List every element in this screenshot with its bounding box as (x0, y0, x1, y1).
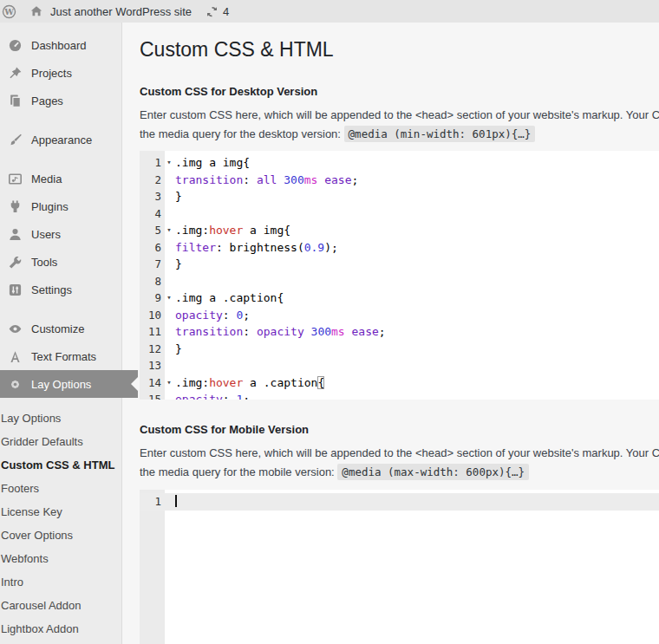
updates-count[interactable]: 4 (223, 5, 229, 18)
submenu-item-intro[interactable]: Intro (0, 570, 121, 594)
mobile-media-query-chip: @media (max-width: 600px){…} (337, 464, 529, 480)
code-token: ease (352, 325, 379, 338)
code-line[interactable]: 4 (140, 205, 659, 223)
code-token: } (175, 257, 182, 270)
brush-icon (8, 133, 23, 147)
fold-gutter-spacer (163, 273, 175, 290)
code-token: opacity (257, 325, 304, 338)
submenu-item-carousel-addon[interactable]: Carousel Addon (0, 594, 121, 617)
fold-arrow-icon[interactable]: ▾ (163, 154, 175, 172)
code-line[interactable]: 15opacity: 1; (140, 391, 659, 400)
desktop-css-editor[interactable]: 1▾.img a img{2transition: all 300ms ease… (140, 151, 659, 400)
code-token: 300 (284, 173, 303, 186)
fold-gutter-spacer (163, 172, 175, 189)
description-line: the media query for the desktop version:… (140, 125, 659, 144)
code-line[interactable]: 13 (140, 357, 659, 374)
mobile-section-description: Enter custom CSS here, which will be app… (140, 444, 659, 482)
sidebar-item-media[interactable]: Media (0, 165, 121, 192)
code-line[interactable]: 6filter: brightness(0.9); (140, 239, 659, 257)
sidebar-item-lay-options[interactable]: Lay Options (0, 370, 138, 398)
code-text (175, 493, 177, 511)
line-number: 1 (140, 154, 163, 172)
submenu-item-custom-css-html[interactable]: Custom CSS & HTML (0, 453, 121, 477)
pin-icon (8, 66, 23, 81)
wordpress-logo-icon[interactable]: W (2, 4, 16, 19)
fold-gutter-spacer (163, 307, 175, 324)
site-title-link[interactable]: Just another WordPress site (50, 5, 192, 18)
sidebar-item-appearance[interactable]: Appearance (0, 126, 121, 153)
code-token: a .caption (243, 376, 317, 389)
code-text: opacity: 0; (175, 307, 250, 324)
code-token: { (317, 376, 324, 389)
editor-lines: 1▾.img a img{2transition: all 300ms ease… (140, 151, 659, 400)
sidebar-item-customize[interactable]: Customize (0, 315, 121, 342)
code-token: opacity (175, 309, 223, 322)
fold-gutter-spacer (163, 256, 175, 273)
code-line[interactable]: 5▾.img:hover a img{ (140, 222, 659, 239)
code-line[interactable]: 10opacity: 0; (140, 307, 659, 324)
code-line[interactable]: 8 (140, 273, 659, 290)
submenu-item-license-key[interactable]: License Key (0, 500, 121, 524)
fold-arrow-icon[interactable]: ▾ (163, 289, 175, 307)
code-line[interactable]: 12} (140, 341, 659, 358)
code-token: hover (209, 376, 243, 389)
plug-icon (8, 199, 23, 214)
sidebar-item-label: Dashboard (31, 39, 87, 52)
line-number: 7 (140, 256, 163, 273)
submenu-item-lay-options[interactable]: Lay Options (0, 407, 121, 430)
sidebar-item-projects[interactable]: Projects (0, 59, 121, 87)
code-token: : brightness( (216, 241, 304, 254)
code-line[interactable]: 14▾.img:hover a .caption{ (140, 374, 659, 392)
line-number: 5 (140, 222, 163, 239)
line-number: 13 (140, 357, 163, 374)
fold-gutter-spacer (163, 357, 175, 374)
code-line[interactable]: 7} (140, 256, 659, 273)
code-line[interactable]: 1 (140, 493, 659, 511)
code-line[interactable]: 1▾.img a img{ (140, 154, 659, 172)
user-icon (8, 227, 23, 242)
line-number: 9 (140, 289, 163, 307)
code-text: } (175, 256, 182, 273)
code-text: .img a img{ (175, 154, 250, 172)
code-token: all (257, 173, 277, 186)
submenu-item-footers[interactable]: Footers (0, 477, 121, 500)
submenu-item-webfonts[interactable]: Webfonts (0, 547, 121, 570)
submenu-item-cover-options[interactable]: Cover Options (0, 524, 121, 547)
code-token: .img a .caption{ (175, 291, 284, 304)
code-token: ); (324, 241, 338, 254)
fold-gutter-spacer (163, 323, 175, 341)
mobile-css-editor[interactable]: 1 (140, 490, 659, 644)
fold-arrow-icon[interactable]: ▾ (163, 374, 175, 392)
updates-icon[interactable] (206, 5, 219, 18)
submenu-item-gridder-defaults[interactable]: Gridder Defaults (0, 430, 121, 453)
sidebar-item-users[interactable]: Users (0, 220, 121, 248)
sidebar-item-label: Pages (31, 94, 63, 107)
sidebar-item-dashboard[interactable]: Dashboard (0, 31, 121, 59)
code-token: 300 (311, 325, 331, 338)
svg-text:W: W (3, 6, 14, 16)
code-line[interactable]: 3} (140, 188, 659, 205)
fold-arrow-icon[interactable]: ▾ (163, 222, 175, 239)
letter-a-icon (8, 349, 23, 364)
code-text: } (175, 341, 182, 358)
sidebar-item-plugins[interactable]: Plugins (0, 192, 121, 220)
code-text: transition: all 300ms ease; (175, 172, 358, 189)
code-line[interactable]: 2transition: all 300ms ease; (140, 172, 659, 189)
sidebar-item-settings[interactable]: Settings (0, 276, 121, 303)
editor-gutter (140, 490, 165, 644)
submenu-item-lightbox-addon[interactable]: Lightbox Addon (0, 617, 121, 641)
code-text: .img a .caption{ (175, 289, 284, 307)
sidebar-item-pages[interactable]: Pages (0, 87, 121, 114)
desktop-section-heading: Custom CSS for Desktop Version (140, 85, 659, 98)
sidebar-item-tools[interactable]: Tools (0, 248, 121, 276)
menu-separator (0, 114, 121, 126)
code-token: ms (304, 173, 318, 186)
code-line[interactable]: 9▾.img a .caption{ (140, 289, 659, 307)
code-line[interactable]: 11transition: opacity 300ms ease; (140, 323, 659, 341)
wrench-icon (8, 255, 23, 270)
sidebar-item-label: Lay Options (31, 378, 91, 391)
sidebar-item-text-formats[interactable]: Text Formats (0, 342, 121, 370)
editor-lines: 1 (140, 490, 659, 511)
code-token (304, 325, 311, 338)
home-icon[interactable] (29, 4, 43, 18)
